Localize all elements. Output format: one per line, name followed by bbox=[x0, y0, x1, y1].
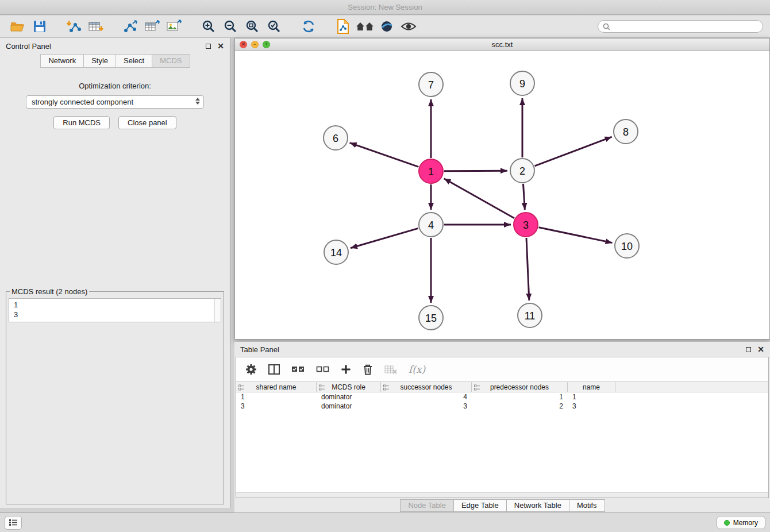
graph-node-label: 2 bbox=[519, 165, 525, 177]
graph-node-7[interactable]: 7 bbox=[419, 72, 443, 97]
float-panel-icon[interactable] bbox=[206, 44, 211, 49]
refresh-view-button[interactable] bbox=[298, 17, 319, 36]
columns-icon bbox=[268, 364, 280, 375]
graph-edge-3-11[interactable] bbox=[526, 238, 529, 300]
graph-node-15[interactable]: 15 bbox=[419, 306, 443, 330]
network-graph[interactable]: 7968124314101511 bbox=[235, 51, 769, 339]
tab-network-table[interactable]: Network Table bbox=[506, 499, 569, 512]
tab-node-table[interactable]: Node Table bbox=[400, 499, 454, 512]
graph-edge-2-8[interactable] bbox=[535, 137, 612, 166]
table-header-row: shared name MCDS role successor nodes pr… bbox=[236, 381, 768, 392]
cell-mcds-role[interactable]: dominator bbox=[317, 392, 381, 402]
export-image-icon bbox=[167, 20, 182, 33]
graph-node-4[interactable]: 4 bbox=[419, 213, 443, 237]
cell-predecessor-nodes[interactable]: 1 bbox=[472, 392, 568, 402]
import-network-button[interactable] bbox=[63, 17, 85, 36]
graph-node-9[interactable]: 9 bbox=[510, 71, 534, 95]
cell-predecessor-nodes[interactable]: 2 bbox=[472, 402, 568, 411]
zoom-out-button[interactable] bbox=[220, 17, 241, 36]
floppy-disk-icon bbox=[33, 20, 46, 33]
graph-edge-4-14[interactable] bbox=[351, 228, 418, 248]
close-panel-icon[interactable]: ✕ bbox=[217, 42, 224, 50]
graph-node-8[interactable]: 8 bbox=[614, 119, 638, 144]
graph-node-2[interactable]: 2 bbox=[510, 159, 534, 183]
memory-button[interactable]: Memory bbox=[717, 516, 765, 529]
select-all-columns-button[interactable] bbox=[291, 365, 305, 374]
graph-node-1[interactable]: 1 bbox=[419, 159, 443, 183]
graph-node-10[interactable]: 10 bbox=[615, 234, 639, 258]
column-header-predecessor-nodes[interactable]: predecessor nodes bbox=[472, 382, 568, 392]
column-header-filler bbox=[615, 382, 768, 392]
create-column-button[interactable] bbox=[341, 364, 351, 375]
cell-successor-nodes[interactable]: 4 bbox=[381, 392, 472, 402]
window-title: Session: New Session bbox=[348, 3, 422, 11]
cell-mcds-role[interactable]: dominator bbox=[317, 402, 381, 411]
graph-node-14[interactable]: 14 bbox=[324, 240, 348, 264]
result-scrollbar[interactable] bbox=[214, 299, 221, 322]
delete-column-button[interactable] bbox=[363, 364, 373, 375]
tab-select[interactable]: Select bbox=[116, 54, 152, 68]
table-hscrollbar[interactable] bbox=[236, 492, 768, 498]
graph-edge-1-2[interactable] bbox=[444, 171, 507, 171]
column-header-name[interactable]: name bbox=[568, 382, 615, 392]
column-header-successor-nodes[interactable]: successor nodes bbox=[381, 382, 472, 392]
mcds-result-group: MCDS result (2 nodes) 1 3 bbox=[6, 287, 224, 504]
show-panels-button[interactable] bbox=[5, 516, 22, 530]
graph-node-6[interactable]: 6 bbox=[324, 126, 348, 150]
minimize-window-icon[interactable]: − bbox=[251, 41, 259, 48]
graph-node-11[interactable]: 11 bbox=[518, 303, 542, 327]
ndex-home-button[interactable] bbox=[354, 17, 376, 36]
export-web-page-button[interactable] bbox=[332, 17, 354, 36]
open-session-button[interactable] bbox=[7, 17, 29, 36]
close-table-panel-icon[interactable]: ✕ bbox=[757, 345, 764, 353]
float-table-panel-icon[interactable] bbox=[746, 347, 751, 352]
cell-name[interactable]: 3 bbox=[568, 402, 615, 411]
unselect-all-columns-button[interactable] bbox=[316, 365, 329, 374]
graph-edge-1-6[interactable] bbox=[350, 143, 419, 167]
graph-edge-3-1[interactable] bbox=[444, 179, 514, 218]
cell-name[interactable]: 1 bbox=[568, 392, 615, 402]
zoom-in-button[interactable] bbox=[198, 17, 220, 36]
import-table-button[interactable] bbox=[85, 17, 107, 36]
trash-icon bbox=[363, 364, 373, 375]
style-palette-button[interactable] bbox=[376, 17, 398, 36]
criterion-select[interactable]: strongly connected component bbox=[26, 95, 204, 109]
close-window-icon[interactable]: ✕ bbox=[240, 41, 247, 48]
cell-successor-nodes[interactable]: 3 bbox=[381, 402, 472, 411]
show-columns-button[interactable] bbox=[268, 364, 280, 375]
tab-style[interactable]: Style bbox=[83, 54, 116, 68]
tab-motifs[interactable]: Motifs bbox=[569, 499, 605, 512]
graph-edge-3-10[interactable] bbox=[539, 228, 613, 243]
refresh-icon bbox=[301, 20, 316, 33]
export-image-button[interactable] bbox=[163, 17, 185, 36]
tab-network[interactable]: Network bbox=[40, 54, 84, 68]
zoom-out-icon bbox=[224, 20, 237, 33]
tab-edge-table[interactable]: Edge Table bbox=[453, 499, 507, 512]
status-bar: Memory bbox=[0, 512, 770, 532]
column-header-mcds-role[interactable]: MCDS role bbox=[317, 382, 381, 392]
sort-icon bbox=[238, 384, 245, 391]
graph-node-label: 7 bbox=[428, 79, 434, 91]
app-titlebar: Session: New Session bbox=[0, 0, 770, 15]
export-table-button[interactable] bbox=[141, 17, 163, 36]
optimization-criterion-label: Optimization criterion: bbox=[0, 82, 230, 90]
toolbar-search[interactable] bbox=[598, 20, 763, 33]
cell-shared-name[interactable]: 3 bbox=[236, 402, 317, 411]
tab-mcds[interactable]: MCDS bbox=[152, 54, 190, 68]
search-input[interactable] bbox=[613, 22, 758, 31]
export-network-button[interactable] bbox=[120, 17, 141, 36]
graph-node-3[interactable]: 3 bbox=[514, 213, 538, 237]
table-settings-button[interactable] bbox=[245, 364, 257, 375]
zoom-fit-button[interactable] bbox=[241, 17, 263, 36]
show-hide-button[interactable] bbox=[398, 17, 419, 36]
graph-edge-2-3[interactable] bbox=[523, 184, 525, 210]
run-mcds-button[interactable]: Run MCDS bbox=[53, 116, 110, 129]
zoom-selected-button[interactable] bbox=[263, 17, 285, 36]
save-session-button[interactable] bbox=[29, 17, 51, 36]
close-panel-button[interactable]: Close panel bbox=[118, 116, 176, 129]
network-canvas[interactable]: 7968124314101511 bbox=[235, 51, 769, 339]
control-panel: Control Panel ✕ Network Style Select MCD… bbox=[0, 38, 230, 508]
column-header-shared-name[interactable]: shared name bbox=[236, 382, 317, 392]
cell-shared-name[interactable]: 1 bbox=[236, 392, 317, 402]
maximize-window-icon[interactable]: + bbox=[263, 41, 270, 48]
